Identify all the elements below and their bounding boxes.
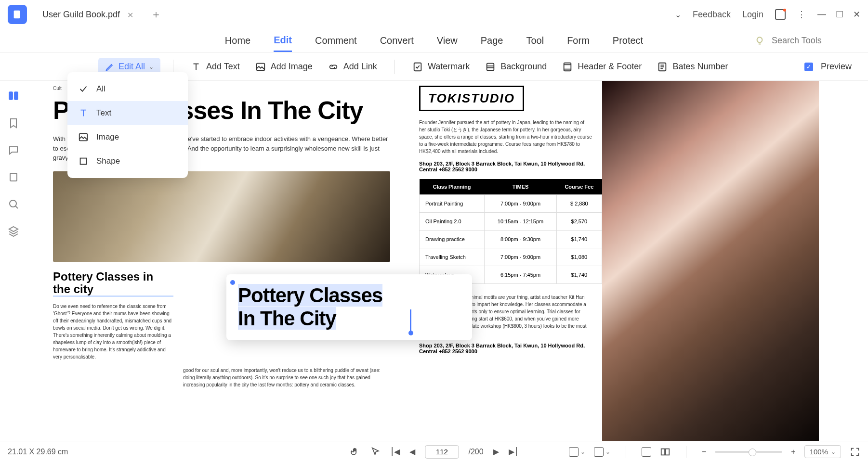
svg-rect-6 [564, 63, 571, 71]
menu-comment[interactable]: Comment [315, 30, 357, 51]
bates-icon [657, 62, 668, 72]
selection-handle-start[interactable] [230, 280, 235, 285]
edit-all-label: Edit All [118, 62, 145, 72]
add-image-button[interactable]: Add Image [250, 59, 317, 75]
sidebar-bookmark[interactable] [8, 117, 19, 131]
chevron-down-icon: ⌄ [149, 64, 154, 70]
background-button[interactable]: Background [480, 59, 552, 75]
maximize-button[interactable]: ☐ [836, 9, 843, 20]
zoom-out-button[interactable]: − [702, 448, 706, 456]
search-tools-input[interactable] [772, 36, 839, 46]
document-tab[interactable]: User Guild Book.pdf ✕ [33, 5, 139, 25]
side-photo [602, 81, 819, 441]
more-icon[interactable]: ⋮ [797, 9, 806, 20]
svg-rect-12 [10, 173, 17, 181]
feedback-link[interactable]: Feedback [693, 10, 731, 20]
table-row: Travelling Sketch7:00pm - 9:00pm$1,080 [420, 248, 602, 266]
table-row: Portrait Painting7:00pm - 9:00pm$ 2,880 [420, 195, 602, 213]
preview-toggle[interactable]: ✓ Preview [800, 59, 856, 75]
last-page-button[interactable]: ▶⎮ [509, 447, 518, 456]
menu-view[interactable]: View [437, 30, 458, 51]
login-link[interactable]: Login [742, 10, 763, 20]
body-paragraph-b: good for our soul and, more importantly,… [183, 367, 390, 388]
page-number-input[interactable] [425, 445, 459, 459]
table-row: Drawing practice8:00pm - 9:30pm$1,740 [420, 231, 602, 248]
menu-edit[interactable]: Edit [274, 30, 292, 52]
svg-rect-0 [14, 11, 20, 19]
page-dimensions: 21.01 X 29.69 cm [8, 448, 68, 456]
app-logo[interactable] [8, 5, 27, 24]
svg-rect-4 [414, 63, 421, 71]
menu-protect[interactable]: Protect [613, 30, 643, 51]
bates-number-button[interactable]: Bates Number [652, 59, 733, 75]
dropdown-image[interactable]: Image [67, 125, 188, 149]
svg-rect-9 [80, 158, 87, 165]
titlebar-chevron-down-icon[interactable]: ⌄ [675, 10, 681, 19]
address-1: Shop 203, 2/F, Block 3 Barrack Block, Ta… [419, 161, 592, 172]
sidebar-attachment[interactable] [8, 171, 19, 185]
zoom-in-button[interactable]: + [791, 448, 795, 456]
minimize-button[interactable]: — [817, 9, 826, 20]
svg-rect-5 [487, 63, 494, 70]
sidebar-comment[interactable] [8, 144, 19, 158]
tab-title: User Guild Book.pdf [42, 10, 120, 20]
fit-height-button[interactable]: ⌄ [569, 447, 585, 457]
new-tab-button[interactable]: ＋ [151, 7, 161, 22]
add-text-button[interactable]: Add Text [186, 59, 245, 75]
menu-convert[interactable]: Convert [380, 30, 414, 51]
zoom-value[interactable]: 100%⌄ [804, 445, 841, 458]
next-page-button[interactable]: ▶ [493, 447, 499, 456]
menu-form[interactable]: Form [567, 30, 590, 51]
fullscreen-button[interactable] [850, 447, 860, 457]
checkbox-checked-icon: ✓ [804, 63, 813, 71]
svg-rect-11 [14, 91, 18, 100]
dropdown-all[interactable]: All [67, 77, 188, 101]
dropdown-text[interactable]: Text [67, 101, 188, 125]
pencil-icon [105, 62, 115, 72]
hand-tool-icon[interactable] [350, 447, 360, 457]
first-page-button[interactable]: ⎮◀ [390, 447, 400, 456]
close-tab-icon[interactable]: ✕ [127, 11, 133, 20]
prev-page-button[interactable]: ◀ [409, 447, 415, 456]
sidebar-search[interactable] [8, 198, 19, 212]
address-2: Shop 203, 2/F, Block 3 Barrack Block, Ta… [419, 343, 592, 354]
sidebar-layers[interactable] [8, 225, 19, 239]
link-icon [328, 62, 339, 72]
dropdown-shape[interactable]: Shape [67, 149, 188, 173]
sidebar-thumbnail[interactable] [7, 90, 20, 104]
two-page-button[interactable] [660, 447, 671, 457]
add-link-button[interactable]: Add Link [323, 59, 382, 75]
header-footer-icon [562, 62, 573, 72]
watermark-button[interactable]: Watermark [408, 59, 474, 75]
menu-home[interactable]: Home [225, 30, 250, 51]
image-type-icon [78, 132, 89, 142]
single-page-button[interactable] [642, 447, 651, 457]
shape-type-icon [78, 156, 89, 167]
check-icon [78, 84, 89, 94]
edit-all-menu: All Text Image Shape [67, 72, 188, 178]
fit-width-button[interactable]: ⌄ [594, 447, 610, 457]
text-type-icon [78, 108, 89, 118]
header-footer-button[interactable]: Header & Footer [557, 59, 646, 75]
sub-heading: Pottery Classes in the city [53, 270, 173, 297]
text-icon [191, 62, 201, 72]
table-row: Oil Painting 2.010:15am - 12:15pm$2,570 [420, 213, 602, 231]
founder-paragraph: Founder Jennifer pursued the art of pott… [419, 119, 592, 155]
lightbulb-icon[interactable] [753, 35, 766, 47]
select-tool-icon[interactable] [370, 447, 381, 457]
th-class: Class Planning [420, 179, 485, 195]
close-window-button[interactable]: ✕ [853, 9, 860, 20]
image-icon [255, 62, 266, 72]
background-icon [485, 62, 496, 72]
watermark-icon [412, 62, 423, 72]
svg-point-2 [757, 37, 763, 42]
svg-point-13 [10, 200, 16, 207]
selected-text-line2: In The City [238, 307, 336, 330]
text-selection-editor[interactable]: Pottery Classes In The City [226, 274, 472, 340]
text-caret [410, 309, 411, 332]
menu-tool[interactable]: Tool [526, 30, 544, 51]
selection-handle-end[interactable] [408, 331, 413, 335]
zoom-slider[interactable] [715, 451, 782, 453]
notification-icon[interactable] [775, 9, 786, 20]
menu-page[interactable]: Page [481, 30, 503, 51]
